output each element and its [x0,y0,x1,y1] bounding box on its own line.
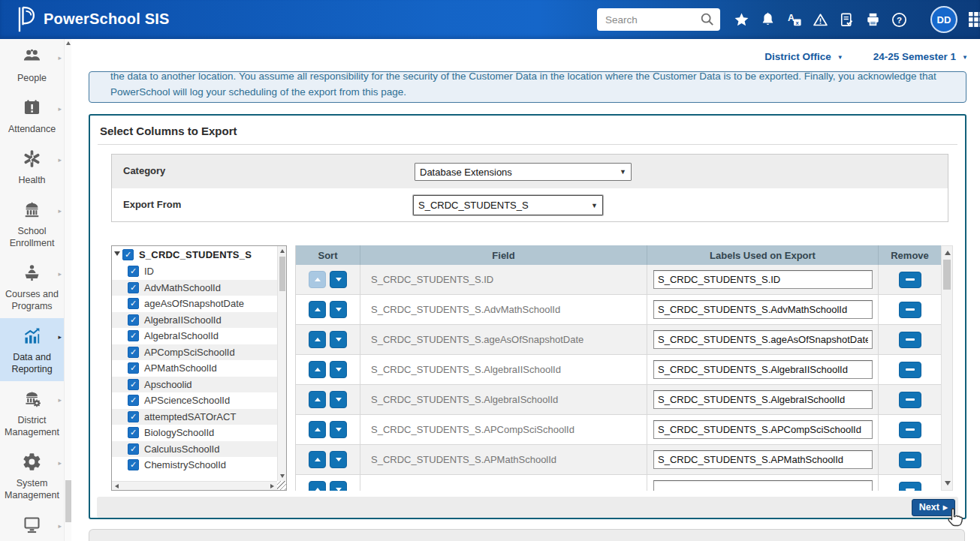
tree-item[interactable]: ✓attemptedSATOrACT [112,409,277,425]
sort-down-button[interactable] [330,481,347,491]
table-vertical-scrollbar[interactable] [941,245,953,491]
tree-root-row[interactable]: ✓ S_CRDC_STUDENTS_S [112,246,277,263]
sidebar-item-partial[interactable]: ▸ [0,507,64,541]
remove-row-button[interactable] [899,422,921,438]
tree-item[interactable]: ✓APScienceSchoolId [112,392,277,409]
sidebar-item-attendance[interactable]: Attendance ▸ [0,90,64,141]
sidebar-item-district-management[interactable]: District Management ▸ [0,381,64,444]
term-selector[interactable]: 24-25 Semester 1 ▼ [873,51,968,62]
sort-up-button[interactable] [309,361,326,378]
favorites-star-icon[interactable] [733,11,750,29]
search-input[interactable] [597,8,698,31]
tree-item[interactable]: ✓APMathSchoolId [112,360,277,377]
remove-row-button[interactable] [899,452,921,468]
tasks-check-icon[interactable] [838,11,855,29]
checkbox-checked-icon[interactable]: ✓ [128,395,139,406]
checkbox-checked-icon[interactable]: ✓ [128,459,139,470]
export-label-input[interactable] [653,330,873,349]
export-label-input[interactable] [653,270,873,289]
remove-row-button[interactable] [899,392,921,408]
tree-item[interactable]: ✓AdvMathSchoolId [112,280,277,296]
remove-row-button[interactable] [899,482,921,491]
sort-down-button[interactable] [330,451,347,468]
checkbox-checked-icon[interactable]: ✓ [128,282,139,293]
sort-down-button[interactable] [330,391,347,408]
sort-up-button[interactable] [309,451,326,468]
next-button[interactable]: Next ▶ [912,499,955,516]
sort-up-button[interactable] [309,301,326,318]
user-avatar[interactable]: DD [930,6,957,33]
checkbox-checked-icon[interactable]: ✓ [122,249,134,260]
scrollbar-thumb[interactable] [279,257,285,291]
checkbox-checked-icon[interactable]: ✓ [128,266,139,277]
app-switcher-grid-icon[interactable] [967,11,980,29]
alerts-warning-icon[interactable] [812,11,829,29]
sort-down-button[interactable] [330,301,347,318]
sidebar-item-health[interactable]: Health ▸ [0,141,64,192]
tree-item[interactable]: ✓ID [112,263,277,280]
checkbox-checked-icon[interactable]: ✓ [128,362,139,374]
scroll-down-arrow-icon[interactable] [945,481,951,485]
scroll-right-arrow-icon[interactable] [270,484,274,488]
checkbox-checked-icon[interactable]: ✓ [128,314,139,326]
print-icon[interactable] [864,11,882,29]
sidebar-item-system-management[interactable]: System Management ▸ [0,444,64,507]
sort-up-button[interactable] [309,481,326,491]
remove-row-button[interactable] [899,332,921,348]
export-label-input[interactable] [653,390,873,409]
sort-down-button[interactable] [330,331,347,348]
tree-item[interactable]: ✓CalculusSchoolId [112,441,277,458]
tree-item[interactable]: ✓ChemistrySchoolId [112,457,277,473]
sort-up-button[interactable] [309,421,326,438]
scrollbar-thumb[interactable] [65,480,71,522]
export-label-input[interactable] [653,450,873,469]
scroll-up-arrow-icon[interactable] [280,249,285,253]
notifications-bell-icon[interactable] [759,11,776,29]
sort-up-button[interactable] [309,331,326,348]
checkbox-checked-icon[interactable]: ✓ [128,347,139,358]
sort-up-button[interactable] [309,271,326,288]
export-label-input[interactable] [653,480,873,491]
tree-item[interactable]: ✓AlgebraIISchoolId [112,312,277,329]
remove-row-button[interactable] [899,302,921,318]
category-select[interactable]: Database Extensions [415,163,632,181]
export-from-select[interactable]: S_CRDC_STUDENTS_S [413,195,603,215]
scroll-down-arrow-icon[interactable] [280,474,285,478]
export-label-input[interactable] [653,360,873,379]
checkbox-checked-icon[interactable]: ✓ [128,298,139,309]
sort-up-button[interactable] [309,391,326,408]
checkbox-checked-icon[interactable]: ✓ [128,330,139,341]
sidebar-item-courses-and-programs[interactable]: Courses and Programs ▸ [0,255,64,318]
sort-down-button[interactable] [330,271,347,288]
tree-item[interactable]: ✓BiologySchoolId [112,425,277,441]
tree-item[interactable]: ✓Apschoolid [112,377,277,393]
scroll-up-arrow-icon[interactable] [945,251,951,255]
tree-item[interactable]: ✓APCompSciSchoolId [112,344,277,361]
sort-down-button[interactable] [330,361,347,378]
tree-item[interactable]: ✓ageAsOfSnapshotDate [112,296,277,312]
tree-item[interactable]: ✓AlgebraISchoolId [112,328,277,344]
sidebar-item-people[interactable]: People ▸ [0,39,64,90]
export-label-input[interactable] [653,300,873,319]
sort-down-button[interactable] [330,421,347,438]
search-icon[interactable] [699,11,716,28]
resize-grip-icon[interactable] [277,481,286,490]
scroll-up-arrow-icon[interactable] [66,41,71,45]
export-label-input[interactable] [653,420,873,439]
checkbox-checked-icon[interactable]: ✓ [128,427,139,438]
school-selector[interactable]: District Office ▼ [764,51,843,62]
remove-row-button[interactable] [899,272,921,288]
global-search[interactable] [597,8,720,31]
scrollbar-thumb[interactable] [943,260,951,290]
checkbox-checked-icon[interactable]: ✓ [128,411,139,422]
sidebar-scrollbar[interactable] [64,39,71,541]
sidebar-item-school-enrollment[interactable]: School Enrollment ▸ [0,192,64,255]
checkbox-checked-icon[interactable]: ✓ [128,379,139,390]
checkbox-checked-icon[interactable]: ✓ [128,443,139,455]
remove-row-button[interactable] [899,362,921,378]
scroll-left-arrow-icon[interactable] [115,484,119,488]
sidebar-item-data-and-reporting[interactable]: Data and Reporting ▸ [0,318,64,381]
collapse-caret-icon[interactable] [114,251,120,256]
tree-horizontal-scrollbar[interactable] [112,481,277,490]
help-icon[interactable]: ? [891,11,908,29]
